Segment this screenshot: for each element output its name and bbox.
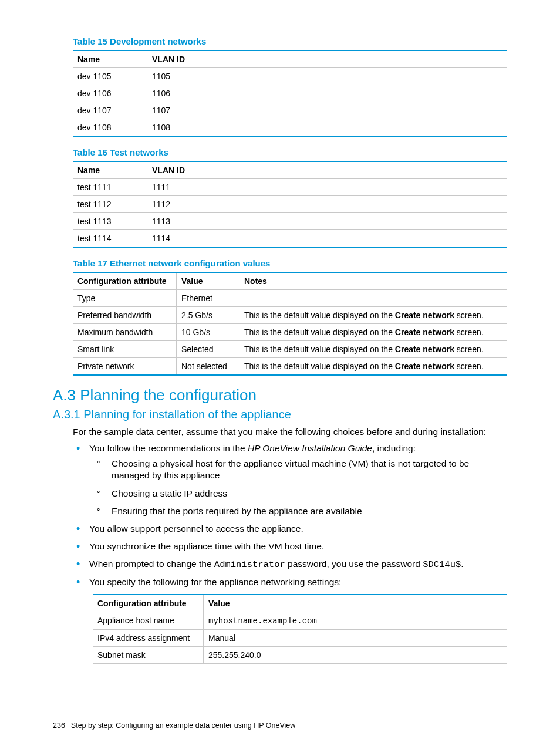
cell: Ethernet: [177, 290, 239, 307]
cell: 1105: [147, 68, 508, 85]
cell: 255.255.240.0: [204, 647, 508, 664]
table-row: Appliance host name myhostname.example.c…: [93, 612, 507, 630]
list-item: When prompted to change the Administrato…: [89, 558, 507, 571]
cell: 1108: [147, 119, 508, 137]
cell: 10 Gb/s: [177, 324, 239, 341]
table-16-caption: Table 16 Test networks: [73, 147, 507, 157]
table-16: Name VLAN ID test 11111111 test 11121112…: [73, 161, 507, 248]
cell: Manual: [204, 630, 508, 647]
cell: 2.5 Gb/s: [177, 307, 239, 324]
table-row: dev 11061106: [73, 85, 507, 102]
cell: 1113: [147, 213, 508, 230]
cell: 1114: [147, 230, 508, 248]
cell: Not selected: [177, 358, 239, 376]
cell: dev 1105: [73, 68, 147, 85]
settings-table: Configuration attribute Value Appliance …: [93, 594, 507, 664]
list-item: You follow the recommendations in the HP…: [89, 443, 507, 517]
table-header-row: Name VLAN ID: [73, 161, 507, 179]
cell: Smart link: [73, 341, 177, 358]
page-footer: 236Step by step: Configuring an example …: [53, 721, 295, 730]
cell: This is the default value displayed on t…: [239, 341, 508, 358]
cell: 1106: [147, 85, 508, 102]
cell: This is the default value displayed on t…: [239, 324, 508, 341]
table-15: Name VLAN ID dev 11051105 dev 11061106 d…: [73, 50, 507, 137]
page-number: 236: [53, 721, 65, 730]
cell: Selected: [177, 341, 239, 358]
table-row: Maximum bandwidth 10 Gb/s This is the de…: [73, 324, 507, 341]
cell: test 1114: [73, 230, 147, 248]
col-header: Notes: [239, 272, 508, 290]
cell: 1107: [147, 102, 508, 119]
cell: Maximum bandwidth: [73, 324, 177, 341]
col-header: Name: [73, 50, 147, 68]
table-15-caption: Table 15 Development networks: [73, 36, 507, 46]
cell: Subnet mask: [93, 647, 204, 664]
col-header: Name: [73, 161, 147, 179]
sub-list: Choosing a physical host for the applian…: [89, 458, 507, 517]
cell: [239, 290, 508, 307]
table-row: Preferred bandwidth 2.5 Gb/s This is the…: [73, 307, 507, 324]
list-item: Ensuring that the ports required by the …: [112, 505, 507, 517]
table-row: Smart link Selected This is the default …: [73, 341, 507, 358]
list-item: Choosing a physical host for the applian…: [112, 458, 507, 481]
col-header: Configuration attribute: [73, 272, 177, 290]
table-row: test 11141114: [73, 230, 507, 248]
cell: dev 1108: [73, 119, 147, 137]
table-row: test 11111111: [73, 179, 507, 196]
cell: 1111: [147, 179, 508, 196]
table-row: test 11121112: [73, 196, 507, 213]
cell: Preferred bandwidth: [73, 307, 177, 324]
cell: This is the default value displayed on t…: [239, 358, 508, 376]
cell: dev 1106: [73, 85, 147, 102]
table-header-row: Configuration attribute Value Notes: [73, 272, 507, 290]
cell: myhostname.example.com: [204, 612, 508, 630]
table-row: Subnet mask 255.255.240.0: [93, 647, 507, 664]
table-row: dev 11071107: [73, 102, 507, 119]
list-item: You specify the following for the applia…: [89, 576, 507, 588]
cell: test 1113: [73, 213, 147, 230]
table-row: IPv4 address assignment Manual: [93, 630, 507, 647]
cell: test 1111: [73, 179, 147, 196]
bullet-list: You follow the recommendations in the HP…: [73, 443, 507, 588]
table-17: Configuration attribute Value Notes Type…: [73, 272, 507, 376]
list-item: You synchronize the appliance time with …: [89, 541, 507, 552]
cell: Appliance host name: [93, 612, 204, 630]
cell: Type: [73, 290, 177, 307]
cell: Private network: [73, 358, 177, 376]
table-header-row: Configuration attribute Value: [93, 595, 507, 612]
table-header-row: Name VLAN ID: [73, 50, 507, 68]
page-content: Table 15 Development networks Name VLAN …: [0, 0, 560, 746]
table-row: dev 11081108: [73, 119, 507, 137]
col-header: VLAN ID: [147, 50, 508, 68]
col-header: Value: [204, 595, 508, 612]
table-row: dev 11051105: [73, 68, 507, 85]
heading-a31: A.3.1 Planning for installation of the a…: [53, 408, 507, 421]
footer-title: Step by step: Configuring an example dat…: [71, 721, 295, 730]
cell: This is the default value displayed on t…: [239, 307, 508, 324]
heading-a3: A.3 Planning the configuration: [53, 386, 507, 404]
col-header: Value: [177, 272, 239, 290]
col-header: Configuration attribute: [93, 595, 204, 612]
table-row: Private network Not selected This is the…: [73, 358, 507, 376]
list-item: Choosing a static IP address: [112, 488, 507, 499]
cell: dev 1107: [73, 102, 147, 119]
intro-paragraph: For the sample data center, assume that …: [73, 426, 507, 438]
cell: test 1112: [73, 196, 147, 213]
table-row: test 11131113: [73, 213, 507, 230]
col-header: VLAN ID: [147, 161, 508, 179]
cell: IPv4 address assignment: [93, 630, 204, 647]
cell: 1112: [147, 196, 508, 213]
list-item: You allow support personnel to access th…: [89, 523, 507, 535]
table-row: Type Ethernet: [73, 290, 507, 307]
table-17-caption: Table 17 Ethernet network configuration …: [73, 258, 507, 268]
